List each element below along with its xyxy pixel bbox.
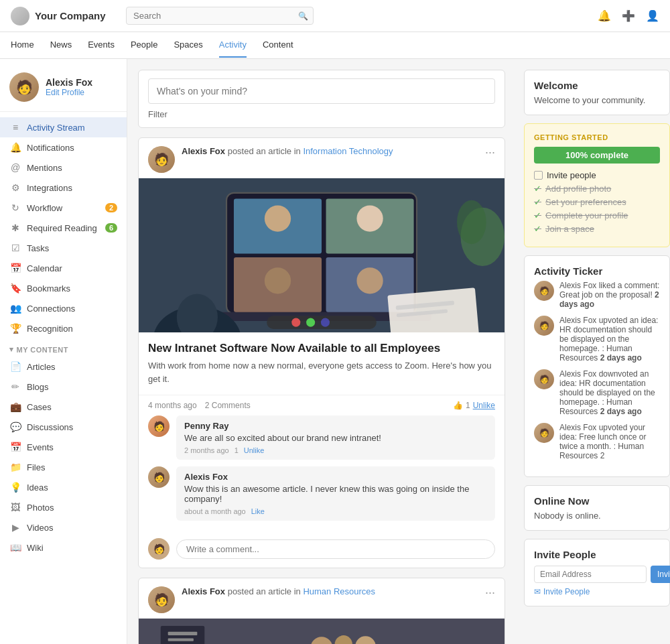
post-category[interactable]: Human Resources: [303, 586, 375, 596]
search-container: 🔍: [126, 7, 314, 25]
sidebar-item-wiki[interactable]: 📖 Wiki: [0, 537, 127, 558]
right-sidebar: Welcome Welcome to your community. GETTI…: [516, 59, 670, 644]
comment-like-button[interactable]: Like: [251, 507, 265, 515]
sidebar-item-events[interactable]: 📅 Events: [0, 437, 127, 457]
post-category[interactable]: Information Technology: [303, 146, 393, 156]
svg-point-10: [265, 267, 291, 294]
sidebar-item-activity-stream[interactable]: ≡ Activity Stream: [0, 117, 127, 137]
invite-email-input[interactable]: [534, 566, 647, 583]
sidebar-item-label: Files: [27, 462, 45, 472]
comment-time: 2 months ago: [184, 446, 229, 454]
sidebar-item-bookmarks[interactable]: 🔖 Bookmarks: [0, 278, 127, 298]
edit-profile-link[interactable]: Edit Profile: [46, 88, 92, 97]
sidebar-item-videos[interactable]: ▶ Videos: [0, 517, 127, 537]
sidebar-item-label: Workflow: [27, 203, 62, 213]
profile-info: Alexis Fox Edit Profile: [46, 77, 92, 97]
more-options-button[interactable]: ···: [485, 586, 495, 598]
feed-poster-avatar: 🧑: [148, 146, 175, 173]
invite-people-link[interactable]: ✉ Invite People: [534, 587, 660, 596]
comment-unlike-button[interactable]: Unlike: [244, 446, 265, 454]
feed-item-2: 🧑 Alexis Fox posted an article in Human …: [138, 578, 505, 644]
sidebar-item-integrations[interactable]: ⚙ Integrations: [0, 178, 127, 198]
feed-item-1: 🧑 Alexis Fox posted an article in Inform…: [138, 137, 505, 568]
nav-people[interactable]: People: [131, 33, 157, 58]
thumbs-up-icon: 👍: [453, 401, 463, 410]
comment-bubble: Alexis Fox Wow this is an awesome articl…: [176, 466, 495, 521]
ticker-avatar: 🧑: [534, 281, 554, 301]
sidebar-item-discussions[interactable]: 💬 Discussions: [0, 417, 127, 437]
feed-footer: 4 months ago 2 Comments 👍 1 Unlike: [139, 395, 505, 415]
more-options-button[interactable]: ···: [485, 146, 495, 158]
sidebar-item-photos[interactable]: 🖼 Photos: [0, 497, 127, 517]
sidebar-item-label: Events: [27, 442, 54, 452]
nav-content[interactable]: Content: [263, 33, 293, 58]
sidebar-item-workflow[interactable]: ↻ Workflow 2: [0, 198, 127, 218]
activity-ticker-title: Activity Ticker: [534, 265, 660, 277]
filter-label[interactable]: Filter: [148, 109, 495, 119]
gs-item-label: Add profile photo: [545, 184, 611, 194]
comment-time: about a month ago: [184, 507, 246, 515]
recognition-icon: 🏆: [9, 323, 21, 334]
sidebar-item-mentions[interactable]: @ Mentions: [0, 157, 127, 178]
feed-image-2-svg: [139, 619, 505, 644]
sidebar-item-notifications[interactable]: 🔔 Notifications: [0, 137, 127, 157]
notifications-icon[interactable]: 🔔: [598, 9, 611, 22]
main-layout: 🧑 Alexis Fox Edit Profile ≡ Activity Str…: [0, 59, 670, 644]
blogs-icon: ✏: [9, 381, 21, 392]
sidebar-item-label: Ideas: [27, 482, 48, 493]
svg-rect-27: [168, 638, 194, 641]
checkmark-icon: ✓: [534, 224, 541, 234]
write-comment-input[interactable]: [176, 539, 495, 559]
logo-avatar: [11, 7, 29, 25]
sidebar-item-label: Mentions: [27, 163, 62, 173]
unlike-button[interactable]: Unlike: [473, 401, 495, 410]
nav-news[interactable]: News: [50, 33, 72, 58]
my-content-section[interactable]: ▾ My Content: [0, 338, 127, 357]
search-input[interactable]: [126, 7, 314, 25]
sidebar-item-calendar[interactable]: 📅 Calendar: [0, 258, 127, 278]
cases-icon: 💼: [9, 401, 21, 412]
sidebar-item-blogs[interactable]: ✏ Blogs: [0, 377, 127, 397]
svg-point-22: [457, 200, 486, 245]
sidebar-item-required-reading[interactable]: ✱ Required Reading 6: [0, 218, 127, 238]
search-icon: 🔍: [298, 11, 308, 21]
sidebar-item-label: Tasks: [27, 243, 49, 253]
gs-item-invite: Invite people: [534, 170, 660, 180]
sidebar-item-label: Wiki: [27, 543, 44, 553]
sidebar-item-label: Articles: [27, 362, 56, 372]
whats-on-mind-input[interactable]: [148, 78, 495, 104]
nav-home[interactable]: Home: [11, 33, 34, 58]
sidebar-item-recognition[interactable]: 🏆 Recognition: [0, 318, 127, 338]
mentions-icon: @: [9, 162, 21, 173]
post-time: 4 months ago: [148, 401, 197, 410]
sidebar-item-articles[interactable]: 📄 Articles: [0, 357, 127, 377]
sidebar-item-tasks[interactable]: ☑ Tasks: [0, 238, 127, 258]
avatar: 🧑: [9, 72, 39, 102]
svg-point-15: [321, 318, 330, 327]
discussions-icon: 💬: [9, 422, 21, 432]
comments-count[interactable]: 2 Comments: [205, 401, 251, 410]
write-comment-area: 🧑: [139, 534, 505, 568]
invite-button[interactable]: Invite: [651, 566, 670, 583]
sidebar-item-ideas[interactable]: 💡 Ideas: [0, 477, 127, 497]
sidebar-item-files[interactable]: 📁 Files: [0, 457, 127, 477]
svg-point-9: [356, 205, 383, 231]
feed-item-meta: Alexis Fox posted an article in Human Re…: [182, 586, 478, 596]
sidebar-item-cases[interactable]: 💼 Cases: [0, 397, 127, 417]
sidebar-item-label: Recognition: [27, 324, 73, 334]
ticker-avatar: 🧑: [534, 423, 554, 443]
add-icon[interactable]: ➕: [622, 9, 635, 22]
sidebar-item-connections[interactable]: 👥 Connections: [0, 298, 127, 318]
nav-events[interactable]: Events: [88, 33, 115, 58]
activity-stream-icon: ≡: [9, 122, 21, 133]
checkmark-icon: ✓: [534, 210, 541, 220]
activity-ticker-widget: Activity Ticker 🧑 Alexis Fox liked a com…: [524, 255, 670, 477]
sidebar-item-label: Required Reading: [27, 223, 97, 233]
nav-activity[interactable]: Activity: [219, 33, 247, 58]
feed-description: With work from home now a new normal, ev…: [148, 359, 495, 385]
user-menu-icon[interactable]: 👤: [646, 9, 659, 22]
nav-spaces[interactable]: Spaces: [174, 33, 202, 58]
ticker-avatar: 🧑: [534, 316, 554, 336]
ticker-text: Alexis Fox upvoted an idea: HR documenta…: [559, 316, 660, 363]
files-icon: 📁: [9, 462, 21, 472]
